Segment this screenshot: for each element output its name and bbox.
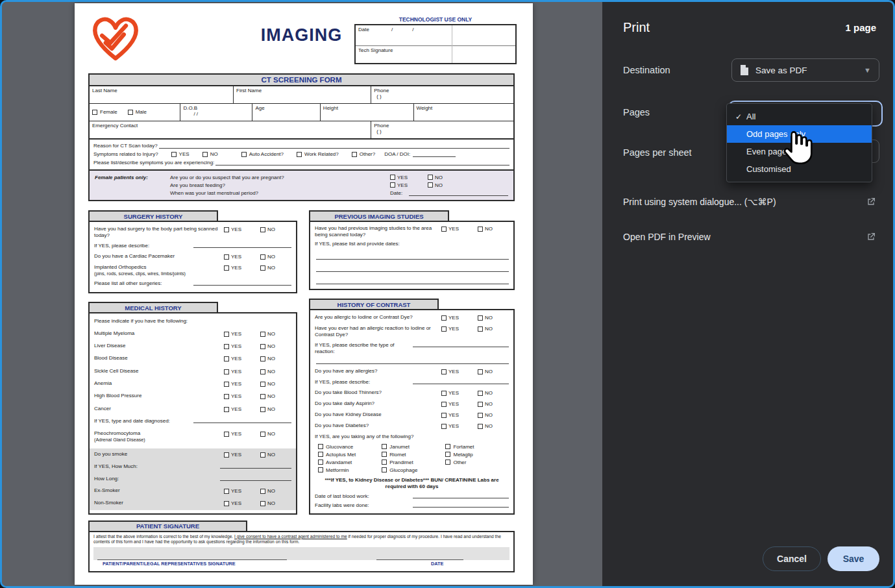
section-title: PREVIOUS IMAGING STUDIES (309, 210, 449, 222)
section-title: SURGERY HISTORY (88, 210, 218, 222)
checkbox (478, 424, 483, 429)
medication-option: Glucovance (318, 443, 382, 450)
print-preview-area: IMAGING TECHNOLOGIST USE ONLY Date/ / Te… (2, 2, 602, 586)
dropdown-item[interactable]: Even pages only (727, 143, 872, 160)
form-row: Facility labs were done: (310, 501, 513, 510)
checkbox (382, 459, 387, 465)
checkbox (318, 467, 323, 472)
sex-field: Female Male (90, 104, 180, 121)
check-icon: ✓ (731, 112, 746, 121)
form-header: IMAGING TECHNOLOGIST USE ONLY Date/ / Te… (88, 8, 515, 73)
pdf-file-icon (740, 65, 749, 75)
form-row: Please list all other surgeries: YES NO (90, 278, 296, 289)
checkbox (260, 432, 265, 437)
checkbox (441, 391, 447, 396)
surgery-history-section: SURGERY HISTORY Have you had surgery to … (88, 210, 297, 293)
checkbox (445, 444, 450, 449)
checkbox (260, 344, 265, 349)
chevron-down-icon: ▼ (864, 66, 871, 74)
checkbox (224, 227, 229, 232)
checkbox (441, 227, 447, 232)
surgery-history-box: Have you had surgery to the body part be… (88, 221, 297, 293)
form-row: Date of last blood work: (310, 492, 513, 501)
checkbox (224, 344, 229, 349)
pages-dropdown-menu: ✓ All Odd pages only Even pages only Cus… (726, 103, 872, 182)
open-in-new-icon (866, 197, 876, 207)
previous-imaging-box: Have you had previous imaging studies to… (309, 221, 515, 290)
checkbox (428, 175, 433, 180)
form-row: If YES, please describe the type of reac… (310, 340, 513, 357)
smoking-subsection: Do you smoke YES NO (90, 448, 296, 510)
dob-field: D.O.B/ / (180, 104, 252, 121)
form-row: Do you smoke YES NO (90, 448, 296, 461)
dialog-title: Print (623, 20, 650, 35)
screenshot-root: IMAGING TECHNOLOGIST USE ONLY Date/ / Te… (0, 0, 895, 588)
checkbox (260, 332, 265, 337)
female-patients-section: Female patients only: Are you or do you … (88, 169, 515, 201)
technologist-box: Date/ / Tech Signature (354, 24, 517, 64)
attestation-text: I attest that the above information is c… (93, 534, 509, 545)
checkbox (478, 227, 483, 232)
medication-option: Other (445, 458, 509, 466)
system-print-dialog-link[interactable]: Print using system dialogue... (⌥⌘P) (623, 197, 876, 207)
checkbox (260, 254, 265, 260)
form-row: If YES, type and date diagnosed: YES NO (90, 415, 296, 427)
form-row: Implanted Orthopedics(pins, rods, screws… (90, 262, 296, 278)
medication-option: Avandamet (318, 458, 382, 466)
destination-select[interactable]: Save as PDF ▼ (731, 58, 879, 82)
checkbox (260, 394, 265, 399)
form-row: Sickle Cell Disease YES NO (90, 365, 296, 378)
document-page: IMAGING TECHNOLOGIST USE ONLY Date/ / Te… (75, 3, 533, 585)
form-title: CT SCREENING FORM (88, 73, 515, 86)
diabetes-medications-grid: Glucovance Janumet Fortamet Actoplus Met… (310, 442, 513, 475)
checkbox (382, 467, 387, 472)
checkbox (224, 254, 229, 260)
medication-option: Metaglip (445, 450, 509, 458)
section-title: MEDICAL HISTORY (88, 302, 218, 313)
destination-value: Save as PDF (755, 66, 807, 75)
form-row: If YES, How Much: YES NO (90, 461, 296, 472)
form-row: YES NO (310, 261, 513, 273)
checkbox (224, 452, 229, 458)
dropdown-item[interactable]: ✓ All (727, 108, 872, 125)
medication-option: Glucophage (382, 466, 445, 474)
pages-label: Pages (623, 107, 650, 117)
last-name-field: Last Name (90, 86, 234, 103)
checkbox (478, 402, 483, 407)
checkbox (260, 227, 265, 232)
page-count: 1 page (845, 22, 876, 33)
checkbox (318, 444, 323, 449)
checkbox (478, 413, 483, 418)
checkbox (441, 424, 447, 429)
checkbox (260, 265, 265, 271)
save-button[interactable]: Save (828, 546, 879, 571)
checkbox (224, 369, 229, 374)
checkbox (224, 432, 229, 437)
print-dialog-panel: Print 1 page Destination Save as PDF ▼ P… (602, 2, 893, 586)
form-row: How Long: YES NO (90, 473, 296, 485)
checkbox (445, 452, 450, 457)
cancel-button[interactable]: Cancel (763, 546, 821, 571)
open-pdf-preview-link[interactable]: Open PDF in Preview (623, 232, 876, 242)
checkbox (318, 452, 323, 457)
divider (452, 25, 452, 63)
phone-field: Phone( ) (371, 121, 513, 138)
medication-option: Fortamet (445, 443, 509, 450)
form-row: YES NO (310, 273, 513, 286)
signature-line (97, 559, 287, 560)
checkbox (382, 452, 387, 457)
section-title: HISTORY OF CONTRAST (309, 299, 439, 310)
patient-info-grid: Last Name First Name Phone( ) Female Mal… (88, 85, 515, 140)
checkbox (224, 501, 229, 506)
first-name-field: First Name (234, 86, 371, 103)
form-row: Do you have any allergies? YES NO (310, 366, 513, 377)
form-row: Have you had surgery to the body part be… (90, 224, 296, 241)
checkbox (260, 452, 265, 458)
form-row: Liver Disease YES NO (90, 340, 296, 352)
dropdown-item[interactable]: Customised (727, 160, 872, 178)
dropdown-item[interactable]: Odd pages only (727, 125, 872, 143)
reason-section: Reason for CT Scan today? Symptoms relat… (88, 138, 515, 171)
checkbox (260, 356, 265, 361)
checkbox (260, 382, 265, 387)
checkbox (441, 413, 447, 418)
